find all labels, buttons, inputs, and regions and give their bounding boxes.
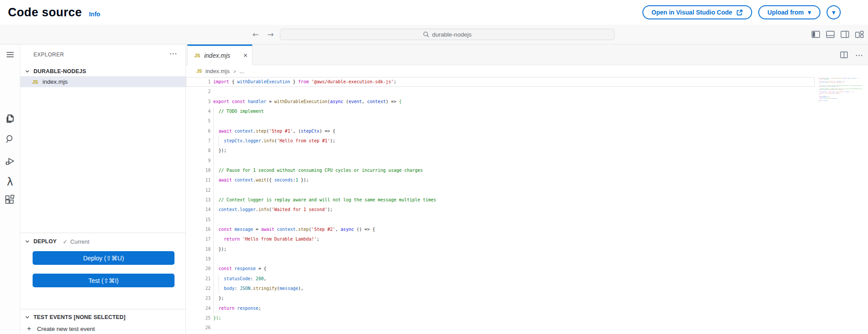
toggle-right-sidebar-icon[interactable]	[841, 31, 849, 38]
line-number: 9	[186, 156, 213, 166]
code-token: from	[298, 79, 309, 84]
search-sidebar-icon[interactable]	[0, 134, 20, 145]
test-button[interactable]: Test (⇧⌘I)	[33, 274, 174, 287]
line-number: 19	[186, 254, 213, 264]
tab-index-mjs[interactable]: JS index.mjs ✕	[187, 45, 252, 65]
code-line[interactable]: import { withDurableExecution } from '@a…	[213, 77, 868, 87]
line-number: 25	[186, 313, 213, 323]
gutter: 1234567891011121314151617181920212223242…	[186, 77, 213, 333]
code-token: 'Step #2'	[312, 227, 335, 232]
info-link[interactable]: Info	[89, 11, 100, 18]
code-line[interactable]: // TODO implement	[213, 107, 868, 116]
code-line[interactable]	[213, 87, 868, 96]
code-line[interactable]: export const handler = withDurableExecut…	[213, 97, 868, 107]
code-lines[interactable]: import { withDurableExecution } from '@a…	[213, 77, 868, 333]
line-number: 6	[186, 126, 213, 136]
code-line[interactable]: return 'Hello from Durable Lambda!';	[213, 234, 868, 244]
line-number: 3	[186, 97, 213, 107]
code-area[interactable]: 1234567891011121314151617181920212223242…	[186, 77, 868, 334]
extensions-icon[interactable]	[0, 194, 20, 205]
code-token: ;	[393, 79, 396, 84]
code-token: ) => {	[319, 129, 335, 134]
code-line[interactable]: });	[213, 146, 868, 156]
code-line[interactable]	[213, 215, 868, 225]
explorer-more-icon[interactable]: ⋯	[169, 49, 177, 58]
menu-icon[interactable]	[0, 50, 20, 59]
code-line[interactable]: await context.wait({ seconds:1 });	[213, 175, 868, 185]
code-line[interactable]: const response = {	[213, 264, 868, 274]
breadcrumb-separator-icon: >	[233, 69, 236, 74]
code-token	[213, 178, 219, 182]
line-number: 26	[186, 323, 213, 333]
code-line[interactable]: // Pause for 1 second without consuming …	[213, 166, 868, 175]
open-in-vscode-button[interactable]: Open in Visual Studio Code	[642, 5, 752, 19]
upload-from-button[interactable]: Upload from ▼	[758, 5, 820, 19]
editor-more-actions-icon[interactable]: ⋯	[855, 51, 863, 59]
more-actions-button[interactable]: ▼	[827, 5, 841, 19]
code-line[interactable]	[213, 186, 868, 195]
code-line[interactable]: const message = await context.step('Step…	[213, 225, 868, 234]
code-line[interactable]: };	[213, 293, 868, 303]
code-token: import	[213, 79, 229, 84]
external-link-icon	[736, 9, 743, 16]
code-token: 'Step #1'	[269, 129, 293, 134]
customize-layout-icon[interactable]	[855, 31, 864, 38]
deploy-button[interactable]: Deploy (⇧⌘U)	[33, 251, 174, 265]
deploy-section-header[interactable]: DEPLOY ✓ Current	[20, 237, 185, 246]
toggle-left-sidebar-icon[interactable]	[812, 31, 820, 38]
code-token	[213, 266, 219, 271]
line-number: 10	[186, 166, 213, 175]
line-number: 13	[186, 195, 213, 205]
code-line[interactable]: });	[213, 313, 868, 323]
code-token	[213, 276, 224, 281]
code-token: }	[290, 79, 298, 84]
toggle-bottom-panel-icon[interactable]	[826, 31, 835, 38]
code-token: message	[280, 286, 298, 291]
code-token: ({	[266, 178, 274, 182]
code-token: // Context logger is replay aware and wi…	[219, 197, 436, 202]
split-editor-icon[interactable]	[840, 52, 848, 58]
code-line[interactable]	[213, 254, 868, 264]
code-token: 'Hello from step #1'	[277, 138, 330, 143]
command-search-input[interactable]: durable-nodejs	[280, 29, 615, 40]
breadcrumb-file[interactable]: index.mjs	[205, 68, 230, 74]
line-number: 20	[186, 264, 213, 274]
code-token: ,	[335, 227, 341, 232]
code-line[interactable]: await context.step('Step #1', (stepCtx) …	[213, 126, 868, 136]
code-line[interactable]	[213, 116, 868, 126]
layout-controls	[812, 25, 868, 44]
tree-root-durable-nodejs[interactable]: DURABLE-NODEJS	[20, 67, 185, 76]
files-icon[interactable]	[0, 113, 20, 124]
code-line[interactable]: // Context logger is replay aware and wi…	[213, 195, 868, 205]
code-line[interactable]: stepCtx.logger.info('Hello from step #1'…	[213, 136, 868, 146]
create-test-event-link[interactable]: + Create new test event	[20, 323, 185, 334]
code-line[interactable]: return response;	[213, 304, 868, 313]
code-line[interactable]: statusCode: 200,	[213, 274, 868, 284]
file-item-index-mjs[interactable]: JS index.mjs	[20, 76, 185, 87]
code-token: response	[237, 306, 258, 311]
line-number: 7	[186, 136, 213, 146]
navigate-forward-button[interactable]: →	[267, 25, 274, 44]
run-debug-icon[interactable]	[0, 156, 20, 167]
code-token: = {	[256, 266, 266, 271]
js-file-icon: JS	[32, 79, 38, 85]
code-line[interactable]: body: JSON.stringify(message),	[213, 284, 868, 293]
test-events-section-header[interactable]: TEST EVENTS [NONE SELECTED]	[20, 312, 185, 322]
breadcrumb-symbol[interactable]: ...	[240, 68, 245, 74]
close-tab-icon[interactable]: ✕	[243, 52, 248, 59]
code-token: info	[263, 138, 274, 143]
aws-lambda-icon[interactable]: λ	[0, 177, 20, 187]
code-line[interactable]: });	[213, 245, 868, 254]
code-token: :	[250, 276, 256, 281]
code-line[interactable]	[213, 156, 868, 166]
code-token: :	[234, 286, 240, 291]
root-folder-label: DURABLE-NODEJS	[33, 68, 86, 74]
navigate-back-button[interactable]: ←	[252, 25, 259, 44]
code-token: 'Waited for 1 second'	[272, 207, 327, 212]
line-number: 24	[186, 304, 213, 313]
code-line[interactable]	[213, 323, 868, 333]
breadcrumb[interactable]: JS index.mjs > ...	[186, 65, 868, 77]
code-token: logger	[240, 207, 256, 212]
lambda-glyph: λ	[7, 177, 13, 187]
code-line[interactable]: context.logger.info('Waited for 1 second…	[213, 205, 868, 215]
